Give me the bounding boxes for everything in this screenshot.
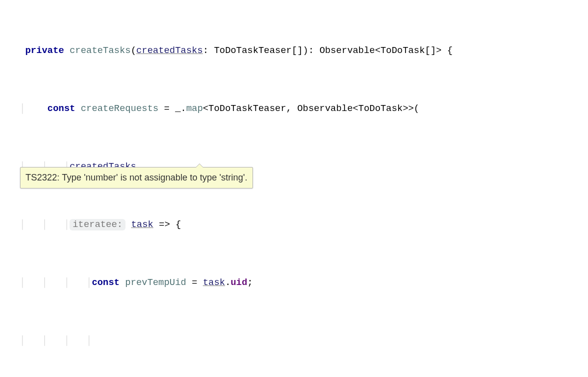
code-line[interactable]: │ │ │iteratee: task => { bbox=[3, 218, 588, 232]
property: uid bbox=[230, 278, 247, 288]
brace: { bbox=[442, 46, 452, 56]
generic: <ToDoTaskTeaser, Observable<ToDoTask>>( bbox=[203, 104, 420, 114]
code-line[interactable]: │ │ │ │ bbox=[3, 334, 588, 348]
identifier: prevTempUid bbox=[120, 278, 186, 288]
lambda-param: task bbox=[131, 220, 153, 230]
return-type: Observable<ToDoTask[]> bbox=[320, 46, 442, 56]
code-line[interactable]: │ const createRequests = _.map<ToDoTaskT… bbox=[3, 102, 588, 116]
arrow: => { bbox=[154, 220, 182, 230]
code-line[interactable]: │ │ │ │const prevTempUid = task.uid; bbox=[3, 276, 588, 290]
operator: = bbox=[186, 278, 202, 288]
keyword: const bbox=[48, 104, 76, 114]
paren: ( bbox=[130, 46, 136, 56]
keyword: private bbox=[25, 46, 64, 56]
tooltip-text: TS2322: Type 'number' is not assignable … bbox=[26, 172, 248, 182]
identifier: createRequests bbox=[80, 104, 158, 114]
type: ToDoTaskTeaser[] bbox=[214, 46, 303, 56]
operator: = bbox=[158, 104, 175, 114]
semicolon: ; bbox=[248, 278, 253, 288]
dot: . bbox=[180, 104, 186, 114]
keyword: const bbox=[92, 278, 120, 288]
method-name: createTasks bbox=[70, 46, 130, 56]
dot: . bbox=[225, 278, 230, 288]
colon: ): bbox=[303, 46, 320, 56]
lodash: _ bbox=[175, 104, 180, 114]
code-editor[interactable]: private createTasks(createdTasks: ToDoTa… bbox=[0, 0, 588, 377]
colon: : bbox=[203, 46, 214, 56]
error-tooltip: TS2322: Type 'number' is not assignable … bbox=[20, 167, 253, 188]
param-hint-iteratee: iteratee: bbox=[70, 219, 126, 230]
method: map bbox=[186, 104, 202, 114]
obj: task bbox=[203, 278, 225, 288]
code-line[interactable]: private createTasks(createdTasks: ToDoTa… bbox=[3, 44, 588, 58]
param-name: createdTasks bbox=[136, 46, 202, 56]
